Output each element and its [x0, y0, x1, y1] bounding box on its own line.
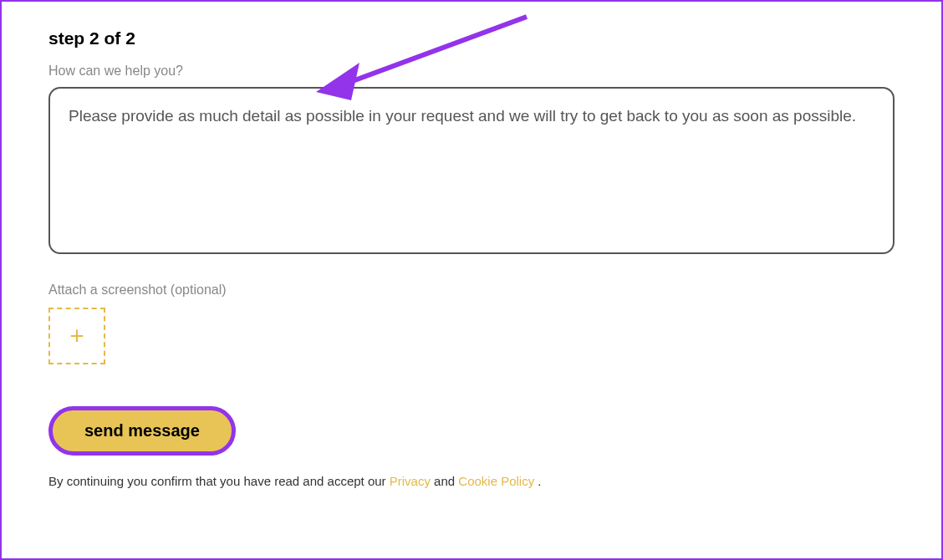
- step-heading: step 2 of 2: [48, 28, 895, 48]
- message-textarea-wrapper: [48, 87, 895, 257]
- attach-label: Attach a screenshot (optional): [48, 283, 895, 298]
- disclaimer-prefix: By continuing you confirm that you have …: [48, 474, 390, 488]
- plus-icon: +: [69, 323, 84, 349]
- form-container: step 2 of 2 How can we help you? Attach …: [0, 0, 943, 560]
- disclaimer-text: By continuing you confirm that you have …: [48, 474, 895, 488]
- attach-screenshot-button[interactable]: +: [48, 308, 105, 364]
- cookie-policy-link[interactable]: Cookie Policy: [458, 474, 538, 488]
- message-textarea[interactable]: [48, 87, 895, 254]
- disclaimer-suffix: .: [538, 474, 541, 488]
- send-message-button[interactable]: send message: [48, 406, 236, 456]
- privacy-link[interactable]: Privacy: [390, 474, 431, 488]
- disclaimer-and: and: [431, 474, 458, 488]
- help-label: How can we help you?: [48, 64, 895, 79]
